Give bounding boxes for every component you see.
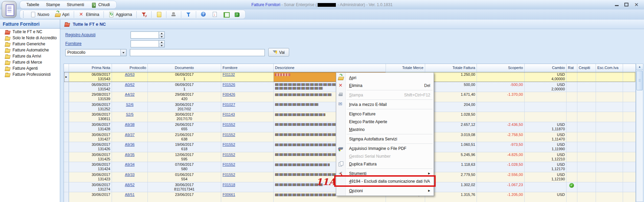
scroll-up-icon[interactable]: ▲	[636, 64, 643, 70]
context-item-stampa[interactable]: StampaShift+Ctrl+F12	[336, 91, 434, 99]
context-item-elenco-fatture[interactable]: Elenco Fatture	[336, 110, 434, 118]
toolbar-button-apri[interactable]: Apri	[52, 11, 72, 18]
registro-acquisti-input[interactable]	[131, 31, 159, 39]
search-field-select[interactable]: Protocollo	[65, 49, 127, 56]
context-item-acquisisci-immagine-o-file-pdf[interactable]: Acquisisci Immagine o File PDF	[336, 144, 434, 152]
sidebar-item-fatture-automatiche[interactable]: Fatture Automatiche	[0, 47, 60, 53]
column-header-totale_fattura[interactable]: Totale Fattura	[425, 64, 477, 72]
protocollo-link[interactable]: A4/32	[125, 92, 135, 96]
toolbar-button-filter[interactable]	[183, 11, 194, 18]
fornitore-link[interactable]: F01518	[223, 183, 235, 187]
protocollo-link[interactable]: A0/62	[125, 83, 135, 87]
fornitore-input[interactable]	[131, 40, 159, 47]
toolbar-button-panel[interactable]	[221, 11, 231, 18]
fornitore-link[interactable]: F01552	[223, 173, 235, 177]
sidebar-item-fatture-agenti[interactable]: Fatture Agenti	[0, 65, 60, 71]
cell-line: 1,11990	[526, 147, 565, 151]
protocollo-link[interactable]: A8/52	[125, 183, 135, 187]
sidebar-item-fatture-professionisti[interactable]: Fatture Professionisti	[0, 71, 60, 77]
filter-go-icon	[273, 49, 278, 55]
column-header-totale_merce[interactable]: Totale Merce	[386, 64, 425, 72]
cell-line: 06/09/2017	[149, 72, 220, 77]
context-item-duplica-fattura[interactable]: Duplica Fattura	[336, 160, 434, 168]
context-item-strumenti[interactable]: Strumenti▶	[336, 170, 434, 177]
sidebar-item-solo-le-note-di-accredito[interactable]: Solo le Note di Accredito	[0, 35, 60, 41]
menu-item-chiudi[interactable]: Chiudi	[88, 1, 113, 8]
column-header-scoperto[interactable]: Scoperto	[477, 64, 525, 72]
fornitore-link[interactable]: F01552	[223, 122, 235, 127]
sidebar-item-tutte-le-ft-e-nc[interactable]: Tutte le FT e NC	[0, 29, 60, 35]
fornitore-link[interactable]: F01552	[223, 133, 235, 137]
column-header-indicator[interactable]	[64, 64, 69, 72]
context-item-elenco-partite-aperte[interactable]: Elenco Partite Aperte	[336, 118, 434, 126]
protocollo-link[interactable]: A9/35	[125, 153, 135, 157]
fornitore-link[interactable]: F01526	[223, 83, 235, 87]
toolbar-button-aggiorna[interactable]: Aggiorna	[106, 11, 134, 18]
fornitore-link[interactable]: F01552	[223, 153, 235, 157]
toolbar-button-elimina[interactable]: Elimina	[76, 11, 101, 18]
fornitore-link[interactable]: F00426	[223, 92, 235, 96]
fornitore-link[interactable]: F01143	[223, 112, 235, 116]
menu-item-strumenti[interactable]: Strumenti	[64, 2, 87, 8]
toolbar-button-pdf-export[interactable]	[209, 11, 220, 18]
minimize-icon[interactable]	[615, 5, 619, 6]
sidebar-item-fatture-da-arrivi[interactable]: Fatture da Arrivi	[0, 53, 60, 59]
context-item-invia-a-mezzo-e-mail[interactable]: Invia a mezzo E-Mail	[336, 100, 434, 108]
protocollo-link[interactable]: S2/5	[126, 112, 134, 116]
fornitore-link[interactable]: F01552	[223, 142, 235, 147]
column-header-prima_nota[interactable]: Prima Nota	[69, 64, 112, 72]
fornitore-link[interactable]: Fornitore	[65, 41, 82, 46]
context-item-opzioni[interactable]: Opzioni▶	[336, 187, 434, 195]
protocollo-link[interactable]: S2/6	[126, 103, 134, 107]
protocollo-link[interactable]: A9/33	[125, 173, 135, 177]
column-header-fornitore[interactable]: Fornitore	[221, 64, 274, 72]
column-header-descrizione[interactable]: Descrizione	[274, 64, 386, 72]
toolbar-button-stamp[interactable]	[168, 11, 179, 18]
fornitore-link[interactable]: F01027	[223, 103, 235, 107]
menu-item-stampe[interactable]: Stampe	[43, 2, 63, 8]
sidebar-item-fatture-generiche[interactable]: Fatture Generiche	[0, 41, 60, 47]
toolbar-button-help[interactable]	[198, 11, 209, 18]
sidebar-item-label: Fatture Agenti	[13, 66, 38, 71]
protocollo-link[interactable]: A9/34	[125, 162, 135, 166]
protocollo-link[interactable]: A0/63	[125, 72, 135, 76]
column-header-documento[interactable]: Documento	[148, 64, 221, 72]
spinner-buttons[interactable]	[159, 40, 165, 47]
toolbar-grip[interactable]	[23, 12, 25, 18]
dropdown-button[interactable]	[120, 49, 126, 56]
protocollo-link[interactable]: A8/51	[125, 193, 135, 197]
search-input[interactable]	[130, 49, 265, 56]
restore-icon[interactable]	[624, 3, 628, 6]
go-button[interactable]: Vai	[268, 48, 289, 57]
sidebar-item-fatture-di-merce[interactable]: Fatture di Merce	[0, 59, 60, 65]
column-header-rat[interactable]: Rat	[567, 64, 577, 72]
context-item-mastrino[interactable]: Mastrino	[336, 126, 434, 133]
fornitore-link[interactable]: F01132	[223, 72, 235, 76]
registro-acquisti-link[interactable]: Registro Acquisti	[65, 32, 95, 37]
context-item-apri[interactable]: Apri	[336, 74, 434, 82]
toolbar-button-nuovo[interactable]: Nuovo	[28, 11, 52, 18]
scrollbar-thumb[interactable]	[637, 71, 643, 90]
context-item-gestisci-serial-number[interactable]: Gestisci Serial Number	[336, 152, 434, 160]
context-item-stampa-autofattura-servizi[interactable]: Stampa Autofattura Servizi	[336, 135, 434, 143]
spinner-buttons[interactable]	[159, 31, 165, 39]
toolbar-button-yellow-document[interactable]	[154, 11, 164, 18]
toolbar-button-book[interactable]	[232, 11, 242, 18]
column-header-protocollo[interactable]: Protocollo	[112, 64, 148, 72]
column-header-esc_com_iva[interactable]: Esc.Com.Iva	[596, 64, 623, 72]
protocollo-link[interactable]: A9/36	[125, 142, 135, 147]
protocollo-link[interactable]: A9/38	[125, 122, 135, 127]
toolbar-button-filter-remove[interactable]	[139, 11, 149, 18]
menu-item-tabelle[interactable]: Tabelle	[23, 2, 42, 8]
app-icon[interactable]	[2, 1, 17, 18]
vertical-scrollbar[interactable]: ▲	[636, 64, 643, 202]
context-item-elimina[interactable]: EliminaDel	[336, 82, 434, 89]
column-header-cespiti[interactable]: Cespiti	[577, 64, 596, 72]
protocollo-link[interactable]: A9/37	[125, 133, 135, 137]
context-item-49194-escludi-dalla-comunicazione-dati-i[interactable]: 49194 - Escludi dalla comunicazione dati…	[336, 177, 434, 185]
fornitore-link[interactable]: F00661	[223, 193, 235, 197]
column-header-cambio[interactable]: Cambio	[525, 64, 567, 72]
fornitore-link[interactable]: F01552	[223, 162, 235, 166]
column-header-filler[interactable]	[623, 64, 636, 72]
close-icon[interactable]: ✕	[634, 2, 639, 7]
